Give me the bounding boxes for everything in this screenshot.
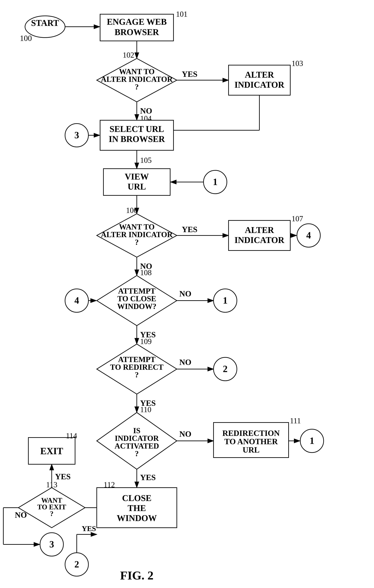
svg-text:TO ANOTHER: TO ANOTHER [224, 437, 278, 446]
svg-text:111: 111 [290, 417, 301, 425]
svg-text:110: 110 [140, 405, 151, 414]
svg-text:?: ? [135, 238, 139, 246]
svg-text:CLOSE: CLOSE [122, 493, 152, 503]
svg-text:TO REDIRECT: TO REDIRECT [110, 363, 163, 371]
svg-text:REDIRECTION: REDIRECTION [222, 429, 280, 438]
svg-text:BROWSER: BROWSER [115, 27, 159, 37]
svg-text:YES: YES [182, 225, 197, 234]
svg-text:IN BROWSER: IN BROWSER [109, 134, 165, 144]
svg-text:YES: YES [55, 472, 71, 481]
svg-text:NO: NO [140, 106, 152, 115]
svg-text:100: 100 [20, 34, 32, 42]
svg-text:4: 4 [306, 230, 311, 241]
svg-text:101: 101 [176, 10, 188, 18]
svg-text:NO: NO [179, 289, 191, 298]
svg-text:YES: YES [182, 70, 197, 78]
svg-text:?: ? [50, 510, 53, 517]
svg-text:103: 103 [292, 59, 303, 68]
svg-text:107: 107 [292, 214, 303, 223]
svg-text:?: ? [135, 83, 139, 91]
svg-text:ENGAGE WEB: ENGAGE WEB [107, 17, 167, 27]
svg-text:START: START [31, 18, 59, 28]
svg-text:EXIT: EXIT [40, 446, 63, 456]
svg-text:ALTER: ALTER [245, 70, 274, 80]
svg-text:TO CLOSE: TO CLOSE [117, 294, 156, 303]
svg-text:ALTER: ALTER [245, 225, 274, 235]
svg-text:ACTIVATED: ACTIVATED [115, 442, 159, 450]
svg-text:?: ? [135, 371, 139, 379]
svg-text:INDICATOR: INDICATOR [115, 434, 159, 442]
svg-text:109: 109 [140, 337, 152, 346]
svg-text:4: 4 [74, 295, 79, 306]
svg-text:106: 106 [126, 206, 138, 215]
svg-text:WANT TO: WANT TO [119, 223, 155, 231]
svg-text:1: 1 [310, 436, 314, 446]
svg-text:SELECT URL: SELECT URL [110, 124, 164, 134]
svg-text:3: 3 [49, 539, 54, 549]
svg-text:URL: URL [243, 445, 259, 454]
svg-text:VIEW: VIEW [125, 172, 149, 181]
flowchart-diagram: START 100 ENGAGE WEB BROWSER 101 WANT TO… [0, 0, 374, 588]
svg-text:YES: YES [82, 525, 96, 533]
svg-text:ALTER INDICATOR: ALTER INDICATOR [101, 230, 173, 239]
svg-text:NO: NO [179, 430, 191, 438]
svg-text:YES: YES [140, 473, 156, 482]
svg-text:105: 105 [140, 156, 152, 165]
svg-text:FIG. 2: FIG. 2 [120, 569, 153, 582]
svg-text:2: 2 [74, 559, 79, 569]
svg-text:ALTER INDICATOR: ALTER INDICATOR [101, 75, 173, 84]
svg-text:?: ? [135, 449, 139, 458]
svg-text:3: 3 [74, 130, 79, 140]
svg-text:URL: URL [128, 182, 146, 191]
svg-text:INDICATOR: INDICATOR [234, 235, 285, 245]
svg-text:102: 102 [123, 51, 134, 59]
svg-text:WANT TO: WANT TO [119, 67, 155, 76]
svg-text:2: 2 [223, 364, 228, 374]
svg-text:108: 108 [140, 268, 152, 277]
svg-text:IS: IS [133, 426, 140, 435]
svg-text:WINDOW?: WINDOW? [117, 302, 156, 311]
svg-text:112: 112 [104, 481, 115, 489]
svg-text:ATTEMPT: ATTEMPT [118, 287, 155, 295]
svg-text:NO: NO [15, 511, 27, 519]
svg-text:114: 114 [66, 431, 77, 440]
svg-text:THE: THE [128, 503, 146, 513]
svg-text:NO: NO [179, 358, 191, 367]
svg-text:INDICATOR: INDICATOR [234, 80, 285, 90]
svg-text:WINDOW: WINDOW [117, 513, 157, 523]
svg-text:1: 1 [213, 177, 218, 187]
svg-text:1: 1 [223, 295, 228, 306]
svg-text:ATTEMPT: ATTEMPT [118, 355, 155, 364]
